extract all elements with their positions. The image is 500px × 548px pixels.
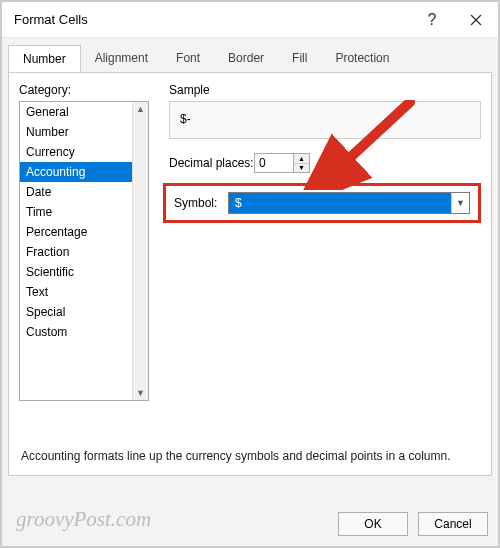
ok-button[interactable]: OK — [338, 512, 408, 536]
help-button[interactable]: ? — [410, 2, 454, 38]
list-item[interactable]: Fraction — [20, 242, 148, 262]
format-description: Accounting formats line up the currency … — [21, 449, 479, 463]
tab-alignment[interactable]: Alignment — [81, 45, 162, 73]
list-item-selected[interactable]: Accounting — [20, 162, 148, 182]
decimal-places-input[interactable] — [254, 153, 294, 173]
symbol-selected-value: $ — [229, 193, 451, 213]
list-item[interactable]: Time — [20, 202, 148, 222]
tab-font[interactable]: Font — [162, 45, 214, 73]
tab-fill[interactable]: Fill — [278, 45, 321, 73]
tab-protection[interactable]: Protection — [321, 45, 403, 73]
tab-border[interactable]: Border — [214, 45, 278, 73]
sample-preview: $- — [169, 101, 481, 139]
list-item[interactable]: Text — [20, 282, 148, 302]
close-icon — [470, 14, 482, 26]
list-item[interactable]: Currency — [20, 142, 148, 162]
dialog-title: Format Cells — [14, 12, 88, 27]
list-item[interactable]: Custom — [20, 322, 148, 342]
category-listbox[interactable]: General Number Currency Accounting Date … — [19, 101, 149, 401]
scrollbar[interactable]: ▲ ▼ — [132, 102, 148, 400]
tab-strip: Number Alignment Font Border Fill Protec… — [2, 38, 498, 72]
category-label: Category: — [19, 83, 71, 97]
dialog-footer: OK Cancel — [338, 512, 488, 536]
sample-label: Sample — [169, 83, 210, 97]
list-item[interactable]: Number — [20, 122, 148, 142]
symbol-dropdown[interactable]: $ ▼ — [228, 192, 470, 214]
format-cells-dialog: Format Cells ? Number Alignment Font Bor… — [2, 2, 498, 546]
symbol-label: Symbol: — [174, 196, 228, 210]
list-item[interactable]: Date — [20, 182, 148, 202]
dialog-window: Format Cells ? Number Alignment Font Bor… — [0, 0, 500, 548]
list-item[interactable]: Special — [20, 302, 148, 322]
list-item[interactable]: General — [20, 102, 148, 122]
decimal-places-label: Decimal places: — [169, 156, 254, 170]
spinner-up-icon[interactable]: ▲ — [294, 154, 309, 164]
titlebar: Format Cells ? — [2, 2, 498, 38]
scroll-up-icon[interactable]: ▲ — [136, 102, 145, 116]
watermark: groovyPost.com — [16, 507, 151, 532]
list-item[interactable]: Scientific — [20, 262, 148, 282]
sample-value: $- — [180, 112, 191, 126]
close-button[interactable] — [454, 2, 498, 38]
scroll-down-icon[interactable]: ▼ — [136, 386, 145, 400]
tab-number[interactable]: Number — [8, 45, 81, 73]
chevron-down-icon[interactable]: ▼ — [451, 193, 469, 213]
cancel-button[interactable]: Cancel — [418, 512, 488, 536]
decimal-places-spinner[interactable]: ▲ ▼ — [254, 153, 310, 173]
list-item[interactable]: Percentage — [20, 222, 148, 242]
symbol-row-highlight: Symbol: $ ▼ — [163, 183, 481, 223]
spinner-down-icon[interactable]: ▼ — [294, 164, 309, 173]
tab-panel: Category: General Number Currency Accoun… — [8, 72, 492, 476]
